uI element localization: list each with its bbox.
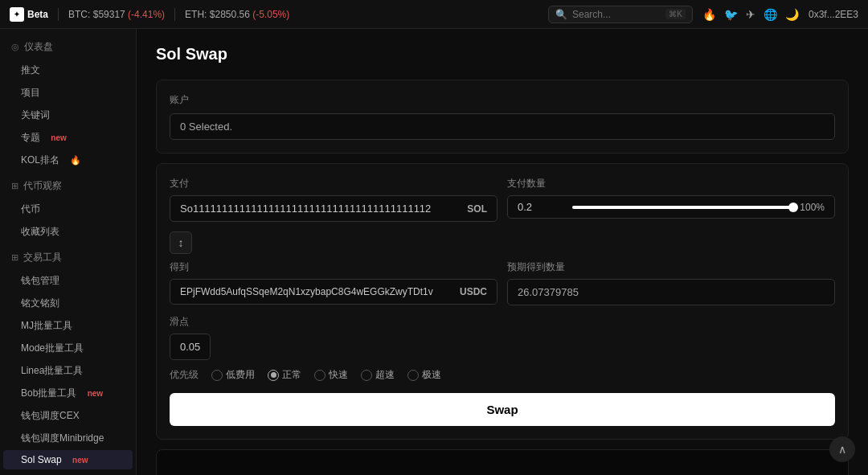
topics-new-badge: new (51, 133, 66, 142)
receive-address-field[interactable] (180, 286, 453, 297)
sidebar-item-bob-batch[interactable]: Bob批量工具 new (3, 383, 133, 404)
radio-extreme[interactable]: 极速 (407, 368, 441, 382)
dark-area (156, 449, 849, 475)
slippage-label: 滑点 (170, 315, 835, 329)
radio-normal[interactable]: 正常 (268, 368, 301, 382)
sidebar-item-cex[interactable]: 钱包调度CEX (3, 405, 133, 427)
wallet-address[interactable]: 0x3f...2EE3 (809, 9, 858, 20)
sidebar-section-tokens-header[interactable]: ⊞ 代币观察 (0, 174, 136, 198)
slider-fill (572, 206, 793, 209)
sidebar-item-mj-batch-label: MJ批量工具 (21, 319, 72, 333)
eth-price: ETH: $2850.56 (-5.05%) (185, 9, 289, 20)
sidebar-item-keywords[interactable]: 关键词 (3, 104, 133, 126)
swap-direction-button[interactable]: ↕ (170, 231, 192, 254)
pay-label: 支付 (170, 177, 497, 190)
globe-icon[interactable]: 🌐 (764, 8, 777, 21)
receive-row: 得到 USDC 预期得到数量 26.07379785 (170, 260, 835, 305)
topbar: ✦ Beta BTC: $59317 (-4.41%) ETH: $2850.5… (0, 0, 868, 29)
priority-label: 优先级 (170, 368, 199, 382)
btc-price: BTC: $59317 (-4.41%) (68, 9, 165, 20)
sidebar-item-tokens[interactable]: 代币 (3, 199, 133, 220)
radio-circle-fast (314, 370, 326, 381)
radio-superfast-label: 超速 (375, 368, 395, 382)
content-area: Sol Swap 账户 0 Selected. 支付 SOL 支付数量 (137, 29, 868, 475)
sidebar-item-projects[interactable]: 项目 (3, 82, 133, 104)
radio-low-fee[interactable]: 低费用 (211, 368, 255, 382)
search-icon: 🔍 (555, 9, 567, 20)
search-input[interactable] (572, 9, 661, 20)
page-title: Sol Swap (156, 45, 849, 63)
logo-icon: ✦ (10, 7, 24, 22)
sidebar-item-topics[interactable]: 专题 new (3, 127, 133, 149)
divider1 (58, 8, 59, 21)
pay-token-badge: SOL (467, 203, 487, 215)
kol-fire-badge: 🔥 (70, 155, 81, 166)
pay-row: 支付 SOL 支付数量 100% (170, 177, 835, 222)
expected-value-display: 26.07379785 (507, 279, 835, 305)
sidebar-item-sol-swap[interactable]: Sol Swap new (3, 450, 133, 469)
slider-thumb (788, 203, 798, 212)
sidebar-item-sol-swap-label: Sol Swap (21, 454, 62, 465)
pay-address-field[interactable] (180, 203, 461, 215)
beta-label: Beta (27, 9, 48, 20)
dashboard-icon: ◎ (11, 42, 19, 52)
fire-icon: 🔥 (702, 8, 716, 21)
sidebar-item-minibridge-label: 钱包调度Minibridge (21, 432, 104, 445)
receive-label: 得到 (170, 260, 497, 274)
swap-button[interactable]: Swap (170, 393, 835, 426)
receive-section: 得到 USDC (170, 260, 497, 305)
sidebar-item-keywords-label: 关键词 (21, 109, 50, 122)
sidebar-section-trading-label: 交易工具 (23, 251, 62, 264)
radio-circle-low (211, 370, 223, 381)
sidebar-item-mode-batch[interactable]: Mode批量工具 (3, 338, 133, 359)
receive-address-input[interactable]: USDC (170, 279, 497, 305)
sidebar-item-inscription[interactable]: 铭文铭刻 (3, 293, 133, 314)
sidebar-item-mj-batch[interactable]: MJ批量工具 (3, 315, 133, 337)
chevron-up-icon: ∧ (838, 443, 846, 456)
slippage-value[interactable]: 0.05 (170, 334, 211, 360)
amount-input[interactable] (518, 201, 566, 213)
social-icons: 🔥 🐦 ✈ 🌐 🌙 (702, 8, 799, 21)
sidebar-item-bob-batch-label: Bob批量工具 (21, 387, 76, 400)
sidebar-item-projects-label: 项目 (21, 86, 40, 100)
sidebar-item-kol[interactable]: KOL排名 🔥 (3, 149, 133, 171)
amount-input-row[interactable]: 100% (507, 195, 835, 219)
sidebar-section-dashboard-header[interactable]: ◎ 仪表盘 (0, 35, 136, 59)
swap-arrow-container: ↕ (170, 231, 835, 254)
amount-slider-track[interactable] (572, 206, 793, 209)
scroll-top-button[interactable]: ∧ (829, 436, 855, 462)
percent-label: 100% (800, 202, 825, 213)
sidebar-item-wallet-mgmt[interactable]: 钱包管理 (3, 270, 133, 292)
receive-token-badge: USDC (460, 286, 487, 297)
sidebar-section-tokens: ⊞ 代币观察 代币 收藏列表 (0, 174, 136, 243)
radio-low-label: 低费用 (226, 368, 255, 382)
sidebar-item-watchlist[interactable]: 收藏列表 (3, 221, 133, 243)
account-card: 账户 0 Selected. (156, 80, 849, 154)
pay-card: 支付 SOL 支付数量 100% (156, 163, 849, 440)
sidebar-item-linea-batch[interactable]: Linea批量工具 (3, 360, 133, 382)
sidebar-item-inscription-label: 铭文铭刻 (21, 297, 59, 310)
radio-circle-superfast (361, 370, 372, 381)
pay-address-input[interactable]: SOL (170, 195, 497, 222)
sidebar-item-watchlist-label: 收藏列表 (21, 225, 59, 239)
logo[interactable]: ✦ Beta (10, 7, 48, 22)
expected-label: 预期得到数量 (507, 260, 835, 274)
account-selector[interactable]: 0 Selected. (170, 113, 835, 140)
search-kbd: ⌘K (665, 9, 686, 19)
sidebar-section-trading-header[interactable]: ⊞ 交易工具 (0, 246, 136, 269)
radio-circle-extreme (407, 370, 419, 381)
telegram-icon[interactable]: ✈ (746, 8, 755, 21)
bob-new-badge: new (88, 389, 103, 398)
search-box[interactable]: 🔍 ⌘K (548, 6, 693, 23)
sidebar-item-tweets[interactable]: 推文 (3, 59, 133, 81)
sidebar-item-topics-label: 专题 (21, 131, 40, 145)
radio-superfast[interactable]: 超速 (361, 368, 395, 382)
radio-fast-label: 快速 (329, 368, 348, 382)
sidebar-item-minibridge[interactable]: 钱包调度Minibridge (3, 428, 133, 449)
sidebar-section-dashboard-label: 仪表盘 (24, 40, 53, 54)
priority-section: 优先级 低费用 正常 快速 超速 (170, 368, 835, 382)
radio-fast[interactable]: 快速 (314, 368, 348, 382)
sidebar: ◎ 仪表盘 推文 项目 关键词 专题 new KOL排名 🔥 (0, 29, 137, 475)
moon-icon[interactable]: 🌙 (785, 8, 799, 21)
twitter-icon[interactable]: 🐦 (724, 8, 738, 21)
